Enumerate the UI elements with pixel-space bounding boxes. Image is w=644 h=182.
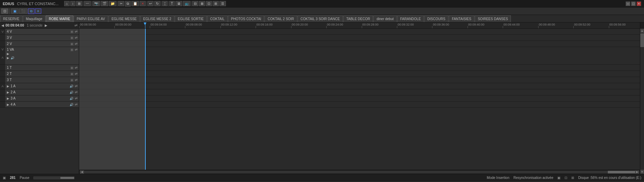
track-1va-audio-arrow[interactable]: ▶ (7, 56, 9, 60)
status-mode: Pause (20, 176, 29, 180)
toolbar-grid2-btn[interactable]: ⊟ (192, 1, 198, 6)
track-3a-arrow[interactable]: ▶ (7, 97, 9, 100)
toolbar-marker-btn[interactable]: ⌶ (162, 1, 168, 6)
toolbar-text-btn[interactable]: T (169, 1, 175, 6)
v-scroll-up-btn[interactable]: ▲ (640, 29, 644, 33)
status-scrollbar[interactable] (33, 177, 74, 179)
toolbar-redo-btn[interactable]: ↻ (154, 1, 160, 6)
track-3a-audio-icon[interactable]: 🔊 (70, 97, 73, 100)
track-3v-swap[interactable]: ⇌ (75, 36, 77, 40)
tab-farandole[interactable]: FARANDOLE (397, 15, 424, 22)
tab-photos-cocktai[interactable]: PHOTOS COCKTAI (228, 15, 264, 22)
track-1t-lock-icon[interactable]: ▣ (70, 66, 73, 70)
toolbar-monitor1-btn[interactable]: 🖥 (175, 1, 182, 6)
toolbar-delete-btn[interactable]: ✕ (140, 1, 146, 6)
title-bar: EDIUS CYRIL ET CONSTANC... ⌂ ↕ ⊞ 〰 📷 🎬 📁… (0, 0, 644, 7)
toolbar-home-btn[interactable]: ⌂ (64, 1, 70, 6)
v-scroll-track[interactable] (640, 33, 644, 170)
tab-maquillage[interactable]: Maquillage (23, 15, 45, 22)
track-1a-audio-icon[interactable]: 🔊 (70, 85, 73, 88)
toolbar-grid6-btn[interactable]: ☰ (219, 1, 226, 6)
v-scroll-thumb[interactable] (640, 33, 644, 47)
tab-eglise-messe-2[interactable]: EGLISE MESSE 2 (140, 15, 174, 22)
toolbar-cut-btn[interactable]: ✂ (118, 1, 124, 6)
scroll-right-btn[interactable]: ▶ (635, 170, 639, 174)
tab-coktail-2-soir[interactable]: COKTAIL 2 SOIR (264, 15, 297, 22)
track-2t-header-content: 2 T ▣ ⇌ (5, 71, 79, 77)
ruler-left-arrow[interactable]: ◀ (1, 24, 4, 27)
h-scrollbar[interactable]: ◀ ▶ (79, 170, 640, 174)
track-2a-audio-icon[interactable]: 🔊 (70, 91, 73, 94)
maximize-button[interactable]: □ (631, 1, 636, 6)
track-4v-lock-icon[interactable]: ▣ (70, 30, 73, 33)
toolbar-grid4-btn[interactable]: ⊡ (206, 1, 212, 6)
timeline-tracks-body[interactable] (79, 29, 640, 170)
toolbar-wave-btn[interactable]: 〰 (84, 1, 91, 6)
status-spacer (33, 176, 483, 180)
toolbar-copy-btn[interactable]: ⧉ (125, 1, 131, 6)
tab-discours[interactable]: DISCOURS (424, 15, 448, 22)
track-1a-arrow[interactable]: ▶ (7, 85, 9, 88)
track-4a-arrow[interactable]: ▶ (7, 103, 9, 106)
tab-diner-debut[interactable]: diner debut (373, 15, 397, 22)
track-2t-name: 2 T (7, 72, 12, 76)
track-3t-lock-icon[interactable]: ▣ (70, 78, 73, 82)
track-2t-swap[interactable]: ⇌ (75, 72, 77, 76)
tab-soirees-danses[interactable]: SOIREES DANSES (475, 15, 511, 22)
v-scroll-down-btn[interactable]: ▼ (640, 170, 644, 174)
close-button[interactable]: ✕ (636, 1, 641, 6)
toolbar-camera-btn[interactable]: 📷 (92, 1, 100, 6)
track-3v-lock-icon[interactable]: ▣ (70, 36, 73, 40)
insert-btn[interactable]: ⬛ (19, 9, 27, 14)
track-4v-swap[interactable]: ⇌ (75, 30, 77, 33)
tab-reserve[interactable]: RESERVE (0, 15, 23, 22)
track-3t-swap[interactable]: ⇌ (75, 78, 77, 82)
tab-coktail[interactable]: COKTAIL (207, 15, 228, 22)
toolbar-undo-btn[interactable]: ↩ (147, 1, 154, 6)
minimize-button[interactable]: ─ (626, 1, 630, 6)
tab-fantaisies[interactable]: FANTAISIES (449, 15, 474, 22)
track-3a-swap[interactable]: ⇌ (75, 96, 77, 100)
ruler-right-arrow[interactable]: ▶ (45, 24, 47, 27)
track-4a-swap[interactable]: ⇌ (75, 103, 77, 106)
toolbar-film-btn[interactable]: 🎬 (101, 1, 108, 6)
track-1a-header-content: ▶ 1 A 🔊 ⇌ (5, 83, 79, 89)
track-4a-audio-icon[interactable]: 🔊 (70, 103, 73, 106)
tab-coktail-3-soir-dance[interactable]: COKTAIL 3 SOIR DANCE (298, 15, 343, 22)
status-scroll-thumb[interactable] (60, 177, 74, 179)
scroll-left-btn[interactable]: ◀ (80, 170, 84, 174)
toolbar-grid3-btn[interactable]: ⊠ (199, 1, 205, 6)
sync-btn[interactable]: ≡ (35, 9, 41, 14)
toolbar-monitor2-btn[interactable]: 📺 (183, 1, 190, 6)
track-2v-lock-icon[interactable]: ▣ (70, 42, 73, 46)
playback-mode-btn[interactable]: ⊡ (1, 9, 8, 14)
tab-robe-marie[interactable]: ROBE MARIE (46, 15, 73, 22)
tab-parvi-eglise-av[interactable]: PARVI EGLISE AV (74, 15, 108, 22)
track-2a-swap[interactable]: ⇌ (75, 90, 77, 94)
track-2a-arrow[interactable]: ▶ (7, 91, 9, 94)
ruler-swap-icon[interactable]: ⇌ (74, 23, 77, 28)
overwrite-btn[interactable]: ▣ (11, 9, 18, 14)
status-disk: Disque :56% est en cours d'utilisation (… (578, 176, 641, 180)
replace-btn[interactable]: ⧉ (28, 9, 34, 14)
track-1va-arrow-right[interactable]: ▶ (7, 52, 9, 56)
track-1a-swap[interactable]: ⇌ (75, 84, 77, 88)
toolbar-grid-btn[interactable]: ⊞ (76, 1, 82, 6)
track-4v-content (79, 29, 640, 35)
tab-eglise-sortie[interactable]: EGLISE SORTIE (175, 15, 207, 22)
h-scroll-track[interactable] (84, 171, 635, 173)
toolbar-arrow-btn[interactable]: ↕ (70, 1, 75, 6)
tab-eglise-messe[interactable]: EGLISE MESSE (109, 15, 140, 22)
toolbar-paste-btn[interactable]: 📋 (131, 1, 139, 6)
tab-table-decor[interactable]: TABLE DECOR (343, 15, 373, 22)
track-1va-lock-icon[interactable]: ▣ (70, 48, 73, 51)
track-2v-swap[interactable]: ⇌ (75, 42, 77, 46)
track-1t-swap[interactable]: ⇌ (75, 66, 77, 70)
toolbar-grid5-btn[interactable]: ⊞ (213, 1, 219, 6)
h-scroll-thumb[interactable] (608, 171, 635, 173)
ruler-header: ◀ 00:09:04:00 1 seconde ▶ ⇌ (0, 22, 79, 29)
track-1va-swap[interactable]: ⇌ (75, 48, 77, 51)
status-insert-mode: Mode Insertion (487, 176, 509, 180)
toolbar-folder-btn[interactable]: 📁 (109, 1, 116, 6)
track-2t-lock-icon[interactable]: ▣ (70, 72, 73, 76)
